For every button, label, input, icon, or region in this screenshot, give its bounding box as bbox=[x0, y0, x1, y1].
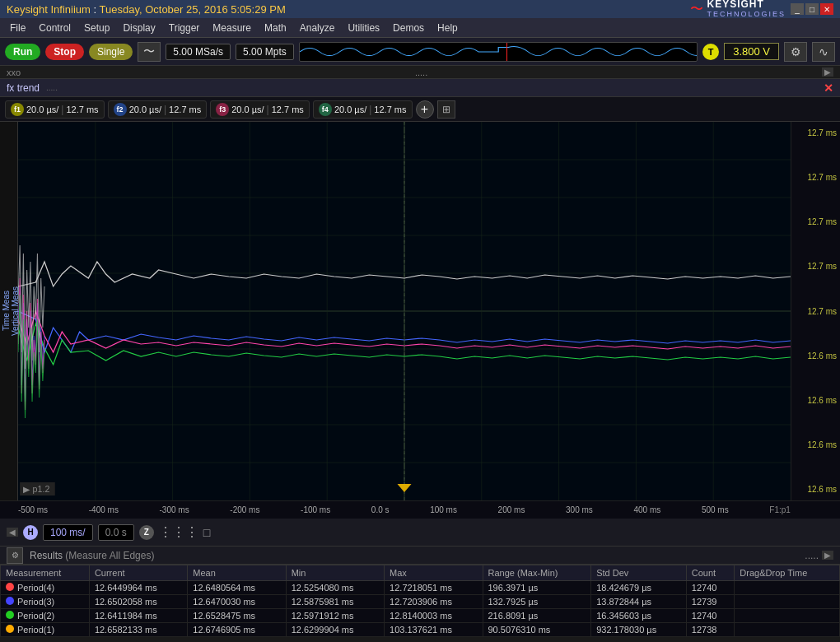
menu-bar: File Control Setup Display Trigger Measu… bbox=[0, 18, 840, 38]
mem-depth-value[interactable]: 5.00 Mpts bbox=[236, 44, 294, 60]
x-label-10: 500 ms bbox=[702, 505, 729, 514]
th-mean[interactable]: Mean bbox=[188, 565, 286, 581]
minimize-button[interactable]: _ bbox=[791, 3, 804, 15]
menu-setup[interactable]: Setup bbox=[77, 21, 116, 35]
cell-max-0: 12.7218051 ms bbox=[385, 581, 483, 595]
h-square-icon[interactable]: □ bbox=[203, 526, 210, 539]
menu-utilities[interactable]: Utilities bbox=[341, 21, 386, 35]
results-settings-button[interactable]: ⚙ bbox=[7, 547, 23, 564]
ch-f4-time-window: 12.7 ms bbox=[374, 105, 406, 114]
y-axis-label-5: 12.7 ms bbox=[807, 307, 837, 316]
y-axis-label-6: 12.6 ms bbox=[807, 351, 837, 361]
cell-min-3: 12.6299904 ms bbox=[286, 623, 384, 637]
cell-measurement-3: Period(1) bbox=[1, 623, 90, 637]
time-meas-label[interactable]: Time Meas bbox=[2, 291, 11, 331]
channel-f4-tab[interactable]: f4 20.0 µs/ | 12.7 ms bbox=[313, 100, 413, 119]
title-bar: Keysight Infiniium : Tuesday, October 25… bbox=[0, 0, 840, 18]
menu-math[interactable]: Math bbox=[258, 21, 293, 35]
fx-trend-close-button[interactable]: ✕ bbox=[824, 81, 833, 95]
grid-layout-button[interactable]: ⊞ bbox=[437, 100, 455, 119]
z-badge[interactable]: Z bbox=[139, 525, 154, 540]
menu-analyze[interactable]: Analyze bbox=[293, 21, 342, 35]
trigger-settings-button[interactable]: ⚙ bbox=[784, 42, 807, 62]
keysight-logo: 〜 KEYSIGHT TECHNOLOGIES bbox=[690, 0, 786, 19]
ch-f2-time-div: 20.0 µs/ bbox=[129, 105, 161, 114]
h-controls-left-arrow[interactable]: ◀ bbox=[7, 528, 18, 537]
waveform-display-icon[interactable]: ∿ bbox=[812, 42, 835, 62]
menu-display[interactable]: Display bbox=[116, 21, 161, 35]
cell-count-0: 12740 bbox=[686, 581, 735, 595]
x-label-4: -100 ms bbox=[301, 505, 330, 514]
cell-min-0: 12.5254080 ms bbox=[286, 581, 384, 595]
menu-control[interactable]: Control bbox=[32, 21, 77, 35]
table-row[interactable]: Period(1) 12.6582133 ms 12.6746905 ms 12… bbox=[1, 623, 840, 637]
x-label-8: 300 ms bbox=[566, 505, 593, 514]
waveform-icon-button[interactable]: 〜 bbox=[138, 42, 161, 62]
cell-max-1: 12.7203906 ms bbox=[385, 595, 483, 609]
restore-button[interactable]: □ bbox=[805, 3, 819, 15]
cell-dragdrop-3 bbox=[735, 623, 840, 637]
sample-rate-value[interactable]: 5.00 MSa/s bbox=[166, 44, 231, 60]
stop-button[interactable]: Stop bbox=[45, 44, 84, 60]
channel-f3-tab[interactable]: f3 20.0 µs/ | 12.7 ms bbox=[210, 100, 310, 119]
ch-f4-badge: f4 bbox=[319, 103, 332, 116]
day-of-week: Tuesday, bbox=[100, 3, 142, 16]
cell-current-1: 12.6502058 ms bbox=[89, 595, 187, 609]
y-axis-label-8: 12.6 ms bbox=[807, 440, 837, 449]
scroll-right-arrow[interactable]: ▶ bbox=[822, 67, 833, 77]
trigger-badge[interactable]: T bbox=[702, 44, 719, 60]
cell-dragdrop-2 bbox=[735, 609, 840, 623]
y-axis-label-2: 12.7 ms bbox=[807, 173, 837, 182]
menu-file[interactable]: File bbox=[3, 21, 32, 35]
x-label-2: -300 ms bbox=[160, 505, 189, 514]
th-stddev[interactable]: Std Dev bbox=[591, 565, 687, 581]
cell-mean-0: 12.6480564 ms bbox=[188, 581, 286, 595]
toolbar: Run Stop Single 〜 5.00 MSa/s 5.00 Mpts T… bbox=[0, 38, 840, 66]
channel-f1-tab[interactable]: f1 20.0 µs/ | 12.7 ms bbox=[5, 100, 105, 119]
th-max[interactable]: Max bbox=[385, 565, 483, 581]
th-current[interactable]: Current bbox=[89, 565, 187, 581]
h-offset-value[interactable]: 0.0 s bbox=[98, 524, 134, 541]
close-button[interactable]: ✕ bbox=[820, 3, 833, 15]
window-controls[interactable]: _ □ ✕ bbox=[791, 3, 833, 15]
single-button[interactable]: Single bbox=[89, 44, 133, 60]
table-row[interactable]: Period(3) 12.6502058 ms 12.6470030 ms 12… bbox=[1, 595, 840, 609]
th-range[interactable]: Range (Max-Min) bbox=[483, 565, 591, 581]
table-row[interactable]: Period(4) 12.6449964 ms 12.6480564 ms 12… bbox=[1, 581, 840, 595]
th-count[interactable]: Count bbox=[686, 565, 735, 581]
x-label-7: 200 ms bbox=[498, 505, 525, 514]
oscilloscope-canvas[interactable]: ▶ p1.2 bbox=[18, 122, 791, 500]
h-badge[interactable]: H bbox=[23, 525, 38, 540]
menu-help[interactable]: Help bbox=[431, 21, 464, 35]
menu-demos[interactable]: Demos bbox=[386, 21, 431, 35]
xxo-bar: xxo ..... ▶ bbox=[0, 66, 840, 79]
fx-trend-dots-mid: ..... bbox=[46, 83, 58, 92]
th-measurement[interactable]: Measurement bbox=[1, 565, 90, 581]
cell-stddev-0: 18.424679 µs bbox=[591, 581, 687, 595]
add-channel-button[interactable]: + bbox=[416, 100, 434, 119]
menu-measure[interactable]: Measure bbox=[206, 21, 258, 35]
ch-f1-time-div: 20.0 µs/ bbox=[26, 105, 58, 114]
h-dots-icon[interactable]: ⋮⋮⋮ bbox=[159, 524, 198, 540]
th-min[interactable]: Min bbox=[286, 565, 384, 581]
fx-trend-bar: fx trend ..... ✕ bbox=[0, 79, 840, 97]
channel-f2-tab[interactable]: f2 20.0 µs/ | 12.7 ms bbox=[108, 100, 208, 119]
fx-trend-title: fx trend bbox=[7, 82, 40, 94]
results-scroll-right[interactable]: ▶ bbox=[822, 551, 833, 560]
ch-f3-time-div: 20.0 µs/ bbox=[231, 105, 264, 114]
trigger-level-value[interactable]: 3.800 V bbox=[724, 43, 779, 60]
y-axis-label-3: 12.7 ms bbox=[807, 217, 837, 226]
table-row[interactable]: Period(2) 12.6411984 ms 12.6528475 ms 12… bbox=[1, 609, 840, 623]
results-title: Results (Measure All Edges) bbox=[30, 550, 154, 561]
cell-measurement-0: Period(4) bbox=[1, 581, 90, 595]
h-time-div-value[interactable]: 100 ms/ bbox=[43, 524, 93, 541]
x-label-5: 0.0 s bbox=[371, 505, 390, 514]
ch-f1-time-window: 12.7 ms bbox=[66, 105, 98, 114]
cell-stddev-2: 16.345603 µs bbox=[591, 609, 687, 623]
ch-f3-badge: f3 bbox=[216, 103, 229, 116]
th-dragdrop[interactable]: Drag&Drop Time bbox=[735, 565, 840, 581]
menu-trigger[interactable]: Trigger bbox=[162, 21, 207, 35]
cell-min-2: 12.5971912 ms bbox=[286, 609, 384, 623]
results-bar: ⚙ Results (Measure All Edges) ..... ▶ bbox=[0, 547, 840, 565]
run-button[interactable]: Run bbox=[5, 44, 40, 60]
